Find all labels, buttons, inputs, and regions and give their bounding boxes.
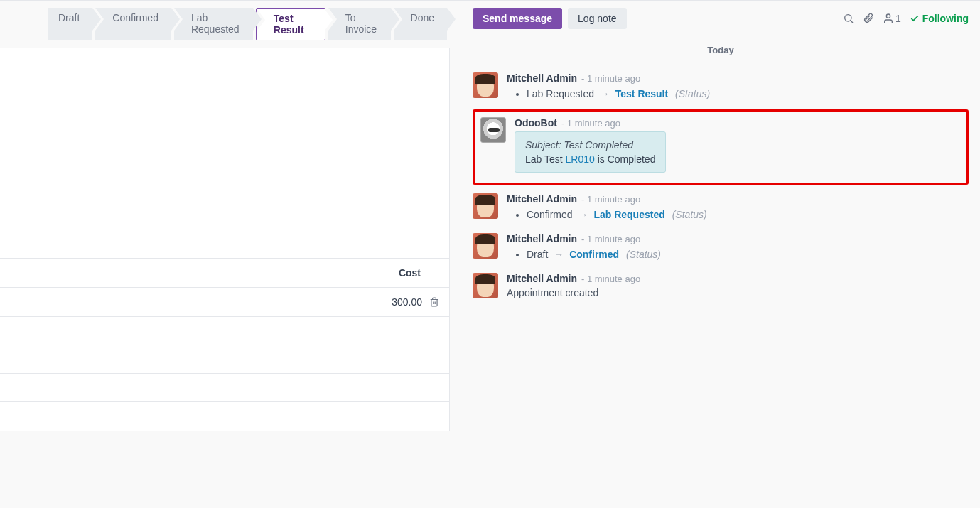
message-author: Mitchell Admin: [507, 193, 577, 205]
highlighted-message: OdooBot - 1 minute ago Subject: Test Com…: [473, 109, 969, 185]
status-to[interactable]: Lab Requested: [593, 209, 664, 220]
message-time: - 1 minute ago: [581, 194, 640, 205]
body-prefix: Lab Test: [525, 153, 566, 165]
lab-test-link[interactable]: LR010: [566, 153, 595, 165]
form-panel: Draft Confirmed Lab Requested Test Resul…: [0, 1, 450, 508]
status-from: Lab Requested: [527, 88, 594, 99]
message-author: OdooBot: [515, 117, 557, 129]
status-bar: Draft Confirmed Lab Requested Test Resul…: [0, 1, 450, 48]
message-time: - 1 minute ago: [581, 73, 640, 84]
followers-button[interactable]: 1: [883, 13, 901, 24]
following-button[interactable]: Following: [910, 13, 969, 24]
status-from: Draft: [527, 249, 548, 260]
avatar: [473, 193, 498, 219]
message-item: Mitchell Admin - 1 minute ago Appointmen…: [473, 267, 969, 304]
status-field-label: (Status): [672, 209, 707, 220]
avatar: [480, 117, 506, 143]
message-author: Mitchell Admin: [507, 233, 577, 244]
status-to[interactable]: Confirmed: [569, 249, 619, 260]
avatar: [473, 233, 498, 259]
follower-count-value: 1: [895, 13, 901, 24]
status-field-label: (Status): [675, 88, 710, 99]
status-to[interactable]: Test Result: [615, 88, 668, 99]
svg-point-0: [845, 15, 851, 21]
message-time: - 1 minute ago: [581, 274, 640, 284]
status-from: Confirmed: [527, 209, 573, 220]
date-divider: Today: [473, 45, 969, 55]
attachment-icon[interactable]: [863, 13, 874, 24]
subject-text: Test Completed: [564, 139, 633, 151]
arrow-icon: →: [554, 249, 564, 260]
body-suffix: is Completed: [595, 153, 656, 165]
message-author: Mitchell Admin: [507, 72, 577, 84]
message-author: Mitchell Admin: [507, 273, 577, 284]
status-step-lab-requested[interactable]: Lab Requested: [174, 8, 253, 40]
cost-column-header: Cost: [0, 258, 449, 288]
status-step-done[interactable]: Done: [394, 8, 447, 40]
trash-icon[interactable]: [429, 297, 439, 307]
message-item: Mitchell Admin - 1 minute ago Lab Reques…: [473, 67, 969, 107]
status-step-confirmed[interactable]: Confirmed: [95, 8, 171, 40]
send-message-button[interactable]: Send message: [473, 8, 562, 29]
empty-row: [0, 345, 449, 374]
status-step-draft[interactable]: Draft: [48, 8, 92, 40]
avatar: [473, 273, 498, 298]
message-time: - 1 minute ago: [581, 234, 640, 244]
message-text: Appointment created: [507, 287, 969, 298]
form-content: Cost 300.00: [0, 48, 450, 431]
empty-row: [0, 374, 449, 402]
log-note-button[interactable]: Log note: [568, 8, 627, 29]
status-step-to-invoice[interactable]: To Invoice: [328, 8, 391, 40]
svg-point-1: [886, 14, 890, 18]
message-item: Mitchell Admin - 1 minute ago Draft → Co…: [473, 227, 969, 267]
message-item: Mitchell Admin - 1 minute ago Confirmed …: [473, 188, 969, 227]
message-time: - 1 minute ago: [561, 118, 620, 129]
cost-value: 300.00: [392, 296, 422, 308]
chatter-panel: Send message Log note 1 Following: [450, 1, 980, 508]
status-step-test-result[interactable]: Test Result: [256, 8, 325, 40]
message-subject-box: Subject: Test Completed Lab Test LR010 i…: [515, 131, 666, 173]
avatar: [473, 72, 498, 98]
arrow-icon: →: [578, 209, 588, 220]
arrow-icon: →: [600, 88, 610, 99]
search-icon[interactable]: [843, 13, 854, 24]
subject-prefix: Subject:: [525, 139, 564, 151]
empty-row: [0, 402, 449, 431]
empty-row: [0, 317, 449, 345]
status-field-label: (Status): [626, 249, 661, 260]
cost-row: 300.00: [0, 288, 449, 317]
chatter-header: Send message Log note 1 Following: [473, 8, 969, 29]
